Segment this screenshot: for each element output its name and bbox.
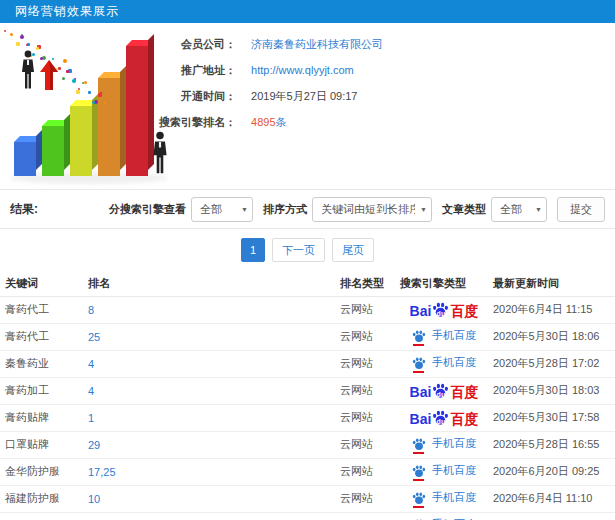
rank-link[interactable]: 8	[88, 304, 94, 316]
updated-cell: 2020年5月28日 17:02	[488, 350, 615, 377]
filter-controls: 分搜索引擎查看 全部 ▼ 排序方式 关键词由短到长排序 ▼ 文章类型 全部 ▼	[99, 197, 605, 222]
result-label: 结果:	[10, 201, 38, 218]
open-time-value: 2019年5月27日 09:17	[251, 90, 357, 102]
mobile-baidu-paw-icon	[412, 329, 426, 343]
rank-link[interactable]: 10	[88, 493, 100, 505]
engine-cell: 手机百度	[395, 512, 488, 520]
table-row: 手机百度	[0, 512, 615, 520]
mobile-baidu-paw-icon	[412, 437, 426, 451]
updated-cell: 2020年5月28日 16:55	[488, 431, 615, 458]
promo-url-link[interactable]: http://www.qlyyjt.com	[251, 64, 354, 76]
page-title: 网络营销效果展示	[0, 0, 615, 23]
page-1-button[interactable]: 1	[241, 238, 265, 262]
company-row: 会员公司： 济南秦鲁药业科技有限公司	[140, 31, 383, 57]
results-table-body: 膏药代工8云网站Baidu百度2020年6月4日 11:15膏药代工25云网站手…	[0, 296, 615, 520]
baidu-paw-icon: du	[432, 382, 449, 399]
rank-cell: 4	[83, 350, 335, 377]
rank-link[interactable]: 29	[88, 439, 100, 451]
rank-type-cell: 云网站	[335, 377, 395, 404]
keyword-cell: 金华防护服	[0, 458, 83, 485]
keyword-cell: 秦鲁药业	[0, 350, 83, 377]
keyword-cell: 膏药代工	[0, 296, 83, 323]
table-row: 金华防护服17,25云网站手机百度2020年6月20日 09:25	[0, 458, 615, 485]
rank-type-cell: 云网站	[335, 458, 395, 485]
engine-cell: Baidu百度	[395, 377, 488, 404]
open-time-row: 开通时间： 2019年5月27日 09:17	[140, 83, 383, 109]
engine-cell: Baidu百度	[395, 296, 488, 323]
sort-filter-select[interactable]: 关键词由短到长排序	[312, 197, 432, 222]
rank-type-cell: 云网站	[335, 431, 395, 458]
growth-arrow-icon	[40, 60, 58, 90]
baidu-logo: Baidu百度	[410, 301, 479, 318]
header-keyword: 关键词	[0, 271, 83, 296]
chart-bar	[14, 142, 36, 176]
sort-filter-label: 排序方式	[263, 202, 307, 217]
rank-cell: 10	[83, 485, 335, 512]
member-info-panel: 会员公司： 济南秦鲁药业科技有限公司 推广地址： http://www.qlyy…	[140, 31, 383, 135]
keyword-cell: 膏药代工	[0, 323, 83, 350]
table-row: 秦鲁药业4云网站手机百度2020年5月28日 17:02	[0, 350, 615, 377]
promo-url-row: 推广地址： http://www.qlyyjt.com	[140, 57, 383, 83]
rank-type-cell: 云网站	[335, 323, 395, 350]
baidu-logo: Baidu百度	[410, 409, 479, 426]
rank-link[interactable]: 17,25	[88, 466, 116, 478]
mobile-baidu-paw-icon	[412, 464, 426, 478]
header-rank: 排名	[83, 271, 335, 296]
article-type-label: 文章类型	[442, 202, 486, 217]
updated-cell: 2020年6月4日 11:15	[488, 296, 615, 323]
mobile-baidu-logo: 手机百度	[412, 355, 476, 370]
baidu-paw-icon: du	[432, 409, 449, 426]
rank-count-row: 搜索引擎排名： 4895条	[140, 109, 383, 135]
rank-cell: 4	[83, 377, 335, 404]
rank-type-cell: 云网站	[335, 296, 395, 323]
header-rank-type: 排名类型	[335, 271, 395, 296]
rank-count-label: 搜索引擎排名：	[140, 109, 236, 135]
updated-cell: 2020年5月30日 18:03	[488, 377, 615, 404]
table-row: 膏药贴牌1云网站Baidu百度2020年5月30日 17:58	[0, 404, 615, 431]
engine-cell: Baidu百度	[395, 404, 488, 431]
baidu-logo: Baidu百度	[410, 382, 479, 399]
engine-cell: 手机百度	[395, 431, 488, 458]
rank-count-unit: 条	[276, 116, 287, 128]
next-page-button[interactable]: 下一页	[272, 238, 325, 262]
rank-link[interactable]: 4	[88, 385, 94, 397]
updated-cell: 2020年6月4日 11:10	[488, 485, 615, 512]
submit-button[interactable]: 提交	[557, 197, 605, 222]
header-engine-type: 搜索引擎类型	[395, 271, 488, 296]
filter-bar: 结果: 分搜索引擎查看 全部 ▼ 排序方式 关键词由短到长排序 ▼ 文章类型 全…	[0, 189, 615, 229]
rank-count-value: 4895	[251, 116, 275, 128]
keyword-cell: 膏药加工	[0, 377, 83, 404]
table-row: 福建防护服10云网站手机百度2020年6月4日 11:10	[0, 485, 615, 512]
baidu-paw-icon: du	[432, 301, 449, 318]
rank-link[interactable]: 25	[88, 331, 100, 343]
mobile-baidu-logo: 手机百度	[412, 436, 476, 451]
updated-cell: 2020年6月20日 09:25	[488, 458, 615, 485]
header-updated: 最新更新时间	[488, 271, 615, 296]
businessman-left-icon	[18, 50, 38, 90]
table-row: 膏药代工8云网站Baidu百度2020年6月4日 11:15	[0, 296, 615, 323]
rank-link[interactable]: 4	[88, 358, 94, 370]
engine-filter-label: 分搜索引擎查看	[109, 202, 186, 217]
rank-type-cell	[335, 512, 395, 520]
last-page-button[interactable]: 尾页	[332, 238, 374, 262]
engine-cell: 手机百度	[395, 323, 488, 350]
updated-cell: 2020年5月30日 17:58	[488, 404, 615, 431]
company-link[interactable]: 济南秦鲁药业科技有限公司	[251, 38, 383, 50]
keyword-cell: 膏药贴牌	[0, 404, 83, 431]
mobile-baidu-paw-icon	[412, 491, 426, 505]
table-row: 口罩贴牌29云网站手机百度2020年5月28日 16:55	[0, 431, 615, 458]
engine-filter-select[interactable]: 全部	[191, 197, 253, 222]
engine-cell: 手机百度	[395, 458, 488, 485]
rank-cell: 25	[83, 323, 335, 350]
rank-cell: 29	[83, 431, 335, 458]
chart-bar	[42, 126, 64, 176]
rank-link[interactable]: 1	[88, 412, 94, 424]
article-type-select[interactable]: 全部	[491, 197, 547, 222]
rank-type-cell: 云网站	[335, 350, 395, 377]
marketing-report-page: 网络营销效果展示 会员公司： 济南秦鲁药业科	[0, 0, 615, 520]
promo-url-label: 推广地址：	[140, 57, 236, 83]
summary-section: 会员公司： 济南秦鲁药业科技有限公司 推广地址： http://www.qlyy…	[0, 23, 615, 189]
table-header-row: 关键词 排名 排名类型 搜索引擎类型 最新更新时间	[0, 271, 615, 296]
pagination: 1 下一页 尾页	[0, 229, 615, 271]
updated-cell	[488, 512, 615, 520]
